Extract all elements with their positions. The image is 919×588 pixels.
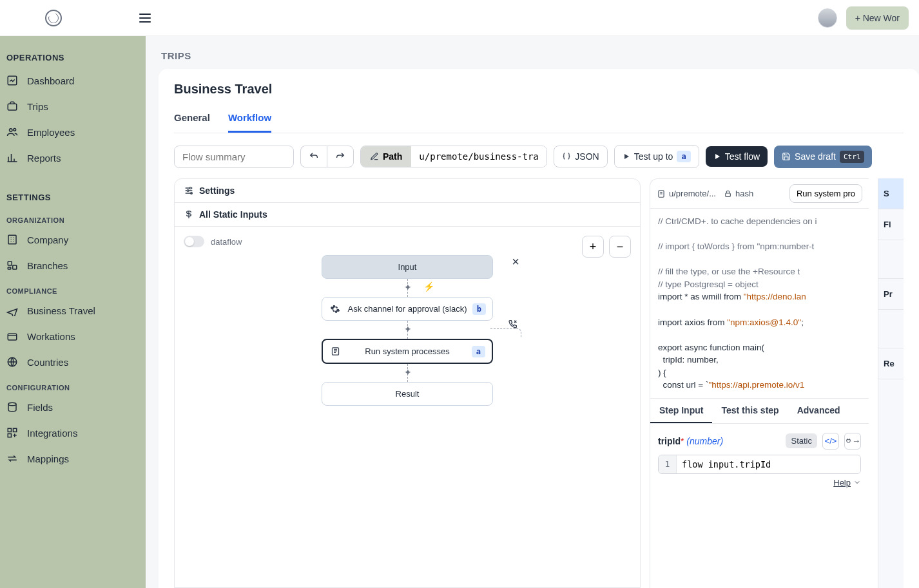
- sidebar-item-integrations[interactable]: Integrations: [0, 420, 146, 446]
- path-button[interactable]: Path: [361, 146, 411, 167]
- sidebar-heading-settings: SETTINGS: [0, 187, 146, 207]
- code-line: export async function main(: [658, 343, 764, 352]
- script-path-chip[interactable]: u/premote/...: [657, 189, 716, 198]
- static-pill[interactable]: Static: [786, 433, 817, 448]
- svg-point-2: [10, 129, 13, 132]
- sidebar-item-label: Countries: [27, 357, 68, 368]
- tab-general[interactable]: General: [174, 108, 210, 133]
- sidebar-subheading-compliance: COMPLIANCE: [0, 278, 146, 298]
- flow-node-result[interactable]: Result: [322, 382, 493, 406]
- canvas-panel: Settings All Static Inputs dataflow +: [174, 178, 641, 588]
- test-up-to-button[interactable]: Test up to a: [614, 145, 699, 168]
- sidebar-item-fields[interactable]: Fields: [0, 394, 146, 420]
- lock-icon: [724, 189, 732, 198]
- briefcase-icon: [6, 100, 18, 112]
- redo-icon: [335, 151, 345, 162]
- globe-icon: [6, 356, 18, 368]
- test-flow-label: Test flow: [725, 151, 760, 162]
- help-link[interactable]: Help: [658, 478, 861, 488]
- save-kbd: Ctrl: [840, 151, 865, 163]
- avatar[interactable]: [818, 8, 837, 28]
- svg-rect-6: [13, 265, 17, 269]
- line-gutter: 1: [659, 455, 677, 473]
- add-step-icon[interactable]: ✦: [403, 368, 413, 378]
- zoom-out-button[interactable]: −: [609, 236, 631, 258]
- connector: ✦: [407, 321, 408, 339]
- path-input[interactable]: [411, 146, 547, 167]
- flow-node-input[interactable]: Input ×: [322, 255, 493, 279]
- bolt-icon[interactable]: ⚡: [423, 281, 434, 292]
- dataflow-label: dataflow: [211, 237, 242, 247]
- sidebar-item-trips[interactable]: Trips: [0, 93, 146, 119]
- node-label: Ask channel for approval (slack): [348, 304, 467, 314]
- param-area: tripId* (number) Static </> →: [650, 424, 869, 497]
- redo-button[interactable]: [327, 146, 354, 167]
- database-icon: [6, 401, 18, 413]
- undo-redo-group: [300, 146, 354, 167]
- menu-toggle-button[interactable]: [139, 14, 151, 23]
- svg-rect-1: [8, 104, 17, 110]
- svg-rect-4: [8, 235, 16, 244]
- sidebar: OPERATIONS Dashboard Trips Employees Rep…: [0, 36, 146, 588]
- sidebar-item-mappings[interactable]: Mappings: [0, 446, 146, 471]
- node-label: Input: [398, 262, 417, 272]
- dataflow-toggle[interactable]: dataflow: [184, 236, 631, 247]
- code-tab-step-input[interactable]: Step Input: [650, 399, 712, 423]
- new-workspace-button[interactable]: + New Wor: [846, 6, 909, 30]
- node-badge: a: [472, 346, 485, 357]
- sidebar-item-business-travel[interactable]: Business Travel: [0, 298, 146, 323]
- panel-row-static-inputs[interactable]: All Static Inputs: [175, 203, 640, 227]
- panel-row-settings[interactable]: Settings: [175, 179, 640, 203]
- run-step-button[interactable]: Run system pro: [789, 184, 862, 203]
- add-step-icon[interactable]: ✦: [403, 325, 413, 335]
- flow-node-system[interactable]: Run system processes a: [322, 339, 493, 364]
- file-icon: [657, 189, 666, 198]
- undo-button[interactable]: [300, 146, 327, 167]
- svg-rect-5: [8, 261, 12, 265]
- code-tab-advanced[interactable]: Advanced: [788, 399, 849, 423]
- right-strip: S Fl Pr Re: [878, 178, 904, 588]
- strip-item-fl[interactable]: Fl: [878, 209, 904, 240]
- sidebar-item-employees[interactable]: Employees: [0, 119, 146, 145]
- svg-rect-11: [8, 428, 11, 432]
- sidebar-item-label: Mappings: [27, 453, 69, 464]
- code-editor[interactable]: // Ctrl/CMD+. to cache dependencies on i…: [650, 209, 869, 398]
- strip-item-re[interactable]: Re: [878, 348, 904, 379]
- canvas-body: dataflow + − Input × ✦: [175, 227, 640, 587]
- sidebar-item-dashboard[interactable]: Dashboard: [0, 68, 146, 93]
- sidebar-item-company[interactable]: Company: [0, 227, 146, 252]
- sidebar-item-label: Fields: [27, 402, 53, 413]
- hash-chip[interactable]: hash: [724, 189, 753, 198]
- sidebar-item-workations[interactable]: Workations: [0, 323, 146, 349]
- zoom-in-button[interactable]: +: [582, 236, 604, 258]
- param-type: (number): [686, 436, 723, 446]
- plug-icon: [845, 437, 852, 446]
- page-tabs: General Workflow: [174, 108, 904, 133]
- branches-icon: [6, 260, 18, 271]
- link-button[interactable]: →: [844, 433, 861, 450]
- flow-node-approval[interactable]: Ask channel for approval (slack) b: [322, 297, 493, 321]
- node-label: Run system processes: [365, 346, 450, 356]
- node-label: Result: [396, 389, 420, 399]
- tab-workflow[interactable]: Workflow: [228, 108, 271, 133]
- flow-summary-input[interactable]: [174, 146, 294, 168]
- sidebar-item-branches[interactable]: Branches: [0, 252, 146, 278]
- code-line: import axios from "npm:axios@1.4.0";: [658, 318, 804, 327]
- add-step-icon[interactable]: ✦: [403, 283, 413, 293]
- test-flow-button[interactable]: Test flow: [706, 146, 768, 167]
- sidebar-item-label: Employees: [27, 127, 75, 138]
- strip-item-s[interactable]: S: [878, 178, 904, 209]
- save-draft-button[interactable]: Save draft Ctrl: [774, 146, 872, 168]
- code-toggle-button[interactable]: </>: [822, 433, 839, 450]
- page-card: Business Travel General Workflow: [159, 69, 919, 588]
- sidebar-item-countries[interactable]: Countries: [0, 349, 146, 375]
- code-tab-test-step[interactable]: Test this step: [712, 399, 788, 423]
- close-icon[interactable]: ×: [512, 254, 519, 269]
- sidebar-item-reports[interactable]: Reports: [0, 145, 146, 171]
- expression-input[interactable]: [677, 455, 860, 473]
- sidebar-subheading-organization: ORGANIZATION: [0, 207, 146, 227]
- json-button[interactable]: JSON: [554, 146, 607, 167]
- strip-item-pr[interactable]: Pr: [878, 279, 904, 310]
- page-title: Business Travel: [174, 82, 904, 97]
- static-inputs-label: All Static Inputs: [199, 209, 267, 220]
